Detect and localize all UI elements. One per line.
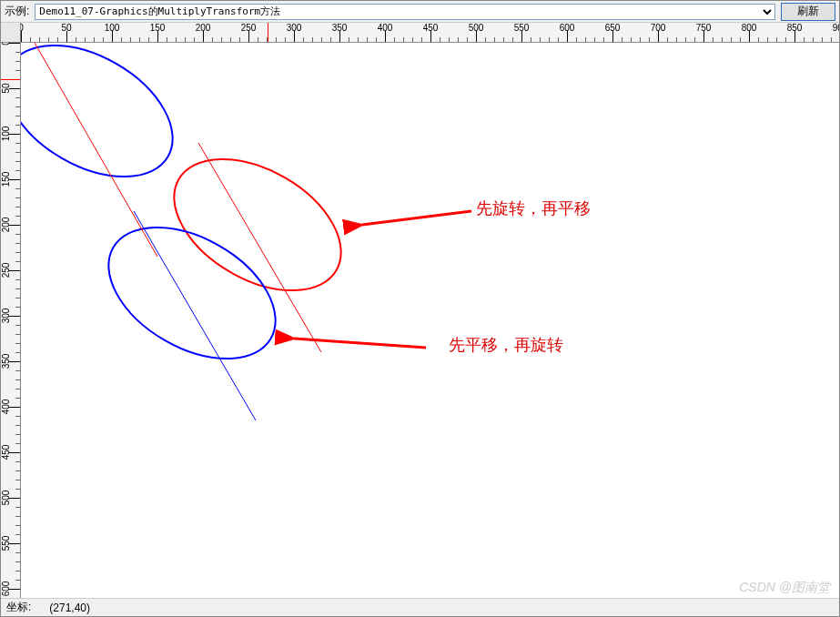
example-select[interactable]: Demo11_07-Graphics的MultiplyTransform方法: [35, 4, 775, 20]
drawing-canvas[interactable]: 先旋转，再平移 先平移，再旋转: [21, 43, 839, 598]
svg-line-8: [294, 339, 426, 348]
ruler-vertical: 050100150200250300350400450500550600: [1, 43, 21, 598]
svg-line-5: [198, 143, 321, 352]
svg-line-7: [362, 211, 471, 225]
graphics-svg: [21, 43, 839, 598]
example-label: 示例:: [5, 4, 29, 19]
svg-point-2: [151, 132, 363, 318]
coord-label: 坐标:: [6, 600, 31, 615]
toolbar: 示例: Demo11_07-Graphics的MultiplyTransform…: [1, 1, 839, 23]
annotation-rotate-translate: 先旋转，再平移: [476, 197, 591, 219]
ruler-horizontal: 0501001502002503003504004505005506006507…: [21, 23, 839, 43]
annotation-translate-rotate: 先平移，再旋转: [449, 334, 563, 356]
status-bar: 坐标: (271,40): [1, 598, 839, 616]
svg-point-1: [21, 43, 196, 204]
svg-line-4: [35, 43, 157, 257]
refresh-button[interactable]: 刷新: [781, 3, 835, 21]
coord-value: (271,40): [49, 602, 90, 614]
svg-point-3: [86, 200, 298, 386]
ruler-corner: [1, 23, 21, 43]
